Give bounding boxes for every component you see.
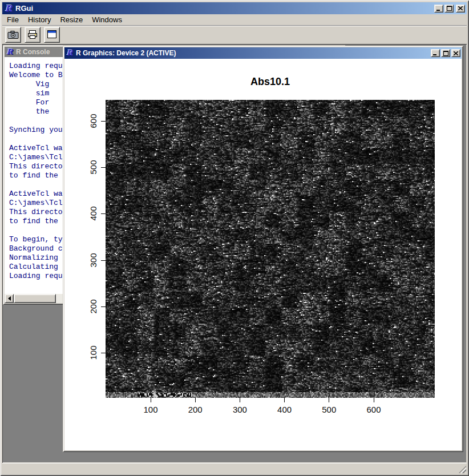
minimize-icon	[433, 51, 438, 55]
r-logo-icon: R	[6, 47, 14, 57]
maximize-icon	[443, 51, 448, 56]
menu-resize[interactable]: Resize	[55, 15, 87, 25]
printer-icon	[27, 30, 38, 39]
y-axis-tick	[101, 353, 106, 353]
x-axis-tick-label: 400	[268, 405, 302, 414]
maximize-icon	[447, 6, 452, 11]
close-button[interactable]	[456, 5, 465, 13]
y-axis-tick-label: 400	[88, 207, 98, 221]
y-axis-tick-label: 200	[88, 299, 98, 313]
plot-area: Abs10.1 10020030040050060010020030040050…	[64, 59, 462, 450]
close-icon	[458, 6, 463, 10]
x-axis-tick	[374, 398, 374, 402]
print-button[interactable]	[25, 27, 41, 43]
main-titlebar[interactable]: R RGui	[2, 2, 467, 14]
x-axis-tick	[284, 398, 285, 402]
graphics-client: Abs10.1 10020030040050060010020030040050…	[64, 59, 462, 450]
console-title: R Console	[16, 48, 50, 56]
toolbar	[2, 25, 467, 43]
y-axis-tick	[101, 260, 106, 261]
x-axis-tick	[329, 398, 329, 402]
chip-image	[106, 100, 435, 398]
x-axis-tick-label: 600	[357, 405, 391, 414]
y-axis-tick-label: 600	[88, 114, 98, 128]
r-logo-icon: R	[66, 49, 74, 58]
scrollbar-thumb[interactable]	[14, 294, 56, 303]
r-logo-icon: R	[4, 4, 13, 13]
menu-windows[interactable]: Windows	[87, 15, 127, 25]
close-icon	[454, 51, 458, 55]
main-window-title: RGui	[15, 4, 33, 13]
x-axis-tick-label: 500	[312, 405, 346, 414]
menu-history[interactable]: History	[23, 15, 55, 25]
y-axis-tick	[101, 306, 106, 307]
scroll-left-button[interactable]	[5, 294, 14, 303]
x-axis-tick	[195, 398, 196, 402]
x-axis-tick	[240, 398, 240, 402]
y-axis-tick	[101, 167, 106, 168]
x-axis-tick-label: 200	[178, 405, 212, 414]
main-window: R RGui File History Resize Windows	[0, 0, 469, 476]
minimize-icon	[436, 6, 441, 11]
y-axis-tick	[101, 121, 106, 122]
graphics-title: R Graphics: Device 2 (ACTIVE)	[76, 49, 176, 57]
graphics-titlebar[interactable]: R R Graphics: Device 2 (ACTIVE)	[64, 47, 462, 59]
copy-plot-button[interactable]	[5, 27, 21, 43]
maximize-button[interactable]	[441, 49, 450, 57]
menu-file[interactable]: File	[2, 15, 23, 25]
y-axis-tick-label: 100	[88, 345, 98, 360]
graphics-window: R R Graphics: Device 2 (ACTIVE) Abs1	[63, 46, 463, 452]
maximize-button[interactable]	[444, 5, 454, 13]
close-button[interactable]	[451, 49, 460, 57]
x-axis-tick	[151, 398, 151, 402]
x-axis-tick-label: 300	[223, 405, 257, 414]
menu-bar: File History Resize Windows	[2, 14, 467, 25]
y-axis-tick-label: 500	[88, 160, 98, 175]
camera-icon	[7, 30, 19, 39]
status-bar	[2, 463, 467, 474]
return-to-console-button[interactable]	[44, 27, 60, 43]
y-axis-tick	[101, 213, 106, 214]
x-axis-tick-label: 100	[134, 405, 168, 414]
mdi-area: R R Console Loading requWelcome to B Vig…	[2, 44, 467, 463]
plot-title: Abs10.1	[106, 76, 435, 87]
resize-grip-icon[interactable]	[459, 466, 466, 473]
minimize-button[interactable]	[434, 5, 443, 13]
y-axis-tick-label: 300	[88, 253, 98, 267]
arrow-left-icon	[8, 296, 11, 301]
minimize-button[interactable]	[431, 49, 440, 57]
console-window-icon	[46, 30, 58, 39]
